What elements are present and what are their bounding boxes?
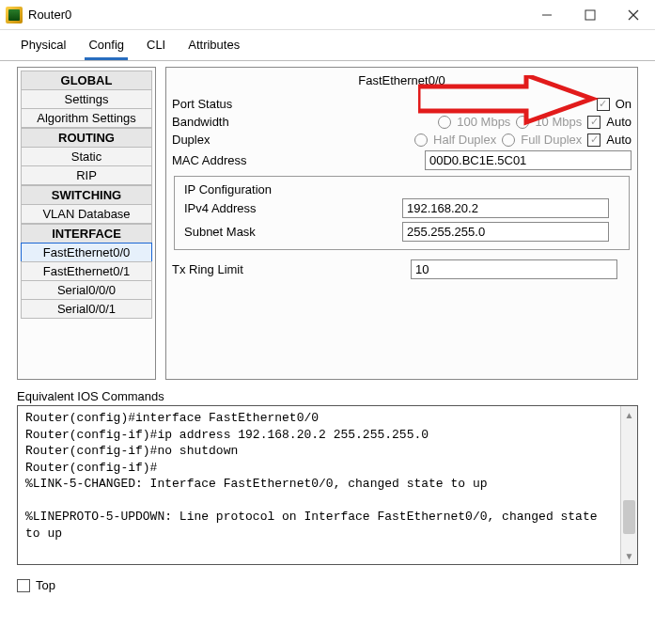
- scroll-down-icon[interactable]: ▼: [621, 547, 637, 564]
- txring-input[interactable]: [411, 259, 617, 279]
- txring-label: Tx Ring Limit: [172, 262, 411, 276]
- tab-physical[interactable]: Physical: [17, 36, 70, 60]
- sidebar-item-static[interactable]: Static: [21, 147, 152, 166]
- sidebar-item-vlan-database[interactable]: VLAN Database: [21, 204, 152, 224]
- sidebar-header-routing: ROUTING: [21, 128, 152, 148]
- port-status-on-text: On: [616, 97, 632, 111]
- duplex-half-text: Half Duplex: [433, 133, 496, 147]
- row-bandwidth: Bandwidth 100 Mbps 10 Mbps Auto: [172, 113, 632, 131]
- duplex-auto-text: Auto: [606, 133, 632, 147]
- mac-label: MAC Address: [172, 153, 268, 167]
- ios-textarea[interactable]: Router(config)#interface FastEthernet0/0…: [18, 406, 620, 564]
- config-panel: FastEthernet0/0 Port Status On Bandwidth…: [165, 67, 638, 380]
- bandwidth-10mbps-text: 10 Mbps: [535, 115, 582, 129]
- row-port-status: Port Status On: [172, 95, 632, 113]
- tab-bar: Physical Config CLI Attributes: [0, 30, 655, 61]
- panel-title: FastEthernet0/0: [172, 71, 632, 95]
- sidebar-item-settings[interactable]: Settings: [21, 89, 152, 109]
- row-duplex: Duplex Half Duplex Full Duplex Auto: [172, 131, 632, 149]
- minimize-button[interactable]: [525, 0, 569, 29]
- sidebar-item-algorithm-settings[interactable]: Algorithm Settings: [21, 108, 152, 128]
- scroll-up-icon[interactable]: ▲: [621, 406, 637, 423]
- close-icon: [628, 9, 639, 21]
- row-ipv4: IPv4 Address: [184, 196, 619, 220]
- svg-rect-1: [585, 10, 595, 20]
- sidebar-item-rip[interactable]: RIP: [21, 165, 152, 185]
- bandwidth-auto-checkbox[interactable]: [587, 116, 600, 129]
- app-icon: [6, 7, 23, 24]
- bandwidth-10mbps-radio[interactable]: [516, 116, 529, 129]
- minimize-icon: [541, 9, 553, 21]
- sidebar-header-global: GLOBAL: [21, 71, 152, 90]
- port-status-on-checkbox[interactable]: [597, 98, 610, 111]
- tab-config[interactable]: Config: [85, 36, 128, 60]
- top-label: Top: [36, 578, 55, 592]
- row-mask: Subnet Mask: [184, 220, 619, 243]
- row-txring: Tx Ring Limit: [172, 258, 632, 281]
- ip-config-box: IP Configuration IPv4 Address Subnet Mas…: [174, 176, 630, 250]
- ip-config-title: IP Configuration: [184, 182, 619, 196]
- duplex-full-text: Full Duplex: [521, 133, 582, 147]
- ipv4-label: IPv4 Address: [184, 201, 402, 215]
- sidebar-item-fastethernet01[interactable]: FastEthernet0/1: [21, 261, 152, 281]
- ios-scrollbar[interactable]: ▲ ▼: [620, 406, 637, 564]
- close-button[interactable]: [612, 0, 655, 29]
- ios-label: Equivalent IOS Commands: [17, 389, 638, 403]
- ios-box: Router(config)#interface FastEthernet0/0…: [17, 405, 638, 565]
- tab-attributes[interactable]: Attributes: [184, 36, 243, 60]
- maximize-icon: [585, 9, 596, 21]
- mac-input[interactable]: [425, 150, 632, 170]
- tab-cli[interactable]: CLI: [143, 36, 169, 60]
- duplex-full-radio[interactable]: [502, 134, 515, 147]
- row-mac: MAC Address: [172, 149, 632, 172]
- mask-input[interactable]: [402, 222, 609, 242]
- duplex-half-radio[interactable]: [414, 134, 428, 147]
- sidebar-item-serial001[interactable]: Serial0/0/1: [21, 299, 152, 319]
- bandwidth-auto-text: Auto: [606, 115, 632, 129]
- titlebar: Router0: [0, 0, 655, 30]
- duplex-label: Duplex: [172, 133, 268, 147]
- sidebar-header-switching: SWITCHING: [21, 185, 152, 205]
- bandwidth-100mbps-radio[interactable]: [438, 116, 451, 129]
- ios-section: Equivalent IOS Commands Router(config)#i…: [0, 385, 655, 565]
- mask-label: Subnet Mask: [184, 225, 402, 239]
- main-content: GLOBAL Settings Algorithm Settings ROUTI…: [0, 61, 655, 385]
- sidebar-item-serial000[interactable]: Serial0/0/0: [21, 280, 152, 300]
- duplex-auto-checkbox[interactable]: [587, 134, 600, 147]
- sidebar-header-interface: INTERFACE: [21, 224, 152, 243]
- ipv4-input[interactable]: [402, 198, 609, 218]
- maximize-button[interactable]: [569, 0, 612, 29]
- footer: Top: [0, 565, 655, 605]
- bandwidth-100mbps-text: 100 Mbps: [457, 115, 510, 129]
- scroll-thumb[interactable]: [623, 500, 635, 534]
- top-checkbox[interactable]: [17, 579, 30, 592]
- window-buttons: [525, 0, 655, 29]
- port-status-label: Port Status: [172, 97, 268, 111]
- sidebar-item-fastethernet00[interactable]: FastEthernet0/0: [21, 243, 152, 262]
- sidebar: GLOBAL Settings Algorithm Settings ROUTI…: [17, 67, 156, 380]
- bandwidth-label: Bandwidth: [172, 115, 268, 129]
- window-title: Router0: [28, 8, 525, 22]
